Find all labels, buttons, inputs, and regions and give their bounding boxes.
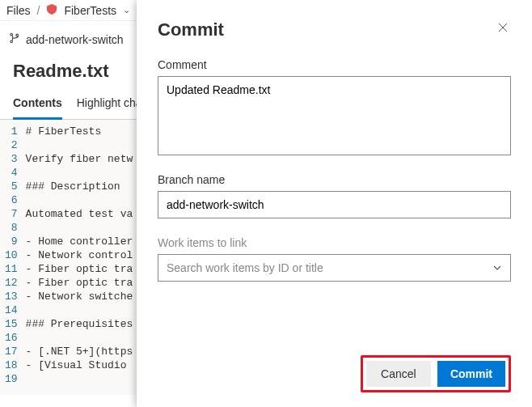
dialog-title: Commit (158, 19, 224, 40)
repo-icon (46, 3, 57, 17)
branch-name[interactable]: add-network-switch (26, 33, 124, 46)
chevron-down-icon (492, 263, 502, 273)
chevron-down-icon[interactable]: ⌄ (123, 5, 130, 15)
comment-textarea[interactable] (158, 76, 511, 155)
commit-dialog: Commit Comment Branch name Work items to… (137, 0, 532, 407)
branch-name-input[interactable] (158, 191, 511, 218)
workitems-combo[interactable]: Search work items by ID or title (158, 254, 511, 282)
tab-highlight[interactable]: Highlight cha (77, 90, 142, 119)
commit-button[interactable]: Commit (437, 361, 505, 387)
branch-name-label: Branch name (158, 173, 511, 186)
code-content: # FiberTests Verify fiber netw ### Descr… (26, 125, 133, 395)
breadcrumb-separator: / (37, 4, 40, 17)
close-button[interactable] (495, 19, 511, 36)
line-gutter: 12345678910111213141516171819 (0, 125, 26, 395)
breadcrumb-repo[interactable]: FiberTests (64, 4, 116, 17)
workitems-placeholder: Search work items by ID or title (167, 261, 323, 274)
comment-label: Comment (158, 58, 511, 71)
cancel-button[interactable]: Cancel (366, 361, 431, 387)
tab-contents[interactable]: Contents (13, 90, 62, 120)
highlight-box: Cancel Commit (361, 355, 511, 392)
breadcrumb-files[interactable]: Files (6, 4, 31, 17)
workitems-label: Work items to link (158, 236, 511, 249)
branch-icon (10, 32, 21, 46)
close-icon (496, 21, 509, 34)
